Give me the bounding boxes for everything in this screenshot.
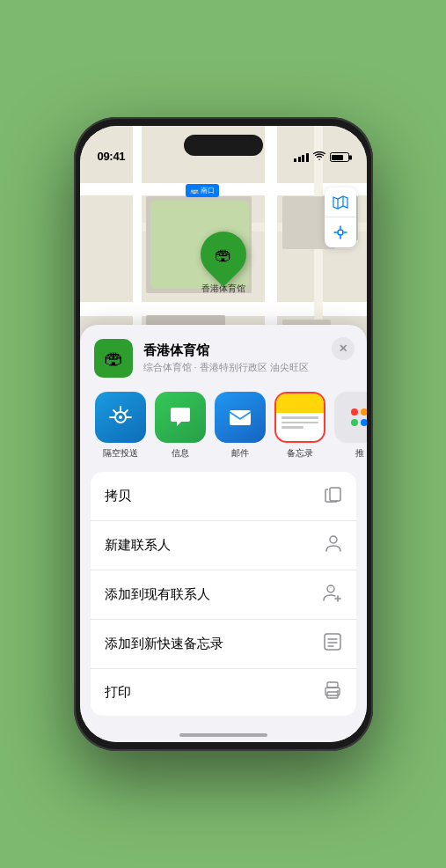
more-label: 推 — [355, 447, 364, 460]
share-app-message[interactable]: 信息 — [154, 392, 207, 460]
airdrop-icon — [95, 392, 146, 443]
road-h1 — [80, 183, 367, 195]
venue-name: 香港体育馆 — [143, 342, 353, 359]
location-button[interactable] — [325, 217, 356, 247]
signal-bars-icon — [294, 153, 309, 162]
battery-icon — [330, 152, 349, 162]
map-controls — [325, 188, 356, 247]
share-app-more[interactable]: 推 — [333, 392, 367, 460]
bottom-sheet: 🏟 香港体育馆 综合体育馆 · 香港特别行政区 油尖旺区 ✕ — [80, 325, 367, 742]
action-new-contact[interactable]: 新建联系人 — [91, 521, 356, 570]
more-icon — [334, 392, 367, 443]
battery-fill — [332, 155, 343, 160]
share-app-mail[interactable]: 邮件 — [214, 392, 267, 460]
dot-green — [351, 419, 358, 426]
location-pin: 🏟 香港体育馆 — [201, 232, 246, 295]
signal-bar-2 — [298, 157, 301, 162]
road-h3 — [80, 302, 367, 316]
more-dots-row1 — [351, 408, 367, 416]
quick-note-icon — [323, 632, 342, 656]
svg-point-21 — [337, 690, 339, 692]
notes-line-3 — [281, 426, 303, 429]
venue-subtitle: 综合体育馆 · 香港特别行政区 油尖旺区 — [143, 361, 353, 374]
dot-orange — [361, 408, 367, 416]
svg-rect-18 — [327, 682, 338, 688]
airdrop-label: 隔空投送 — [103, 447, 138, 460]
wifi-icon — [313, 151, 325, 163]
venue-icon: 🏟 — [94, 339, 133, 378]
pin-circle: 🏟 — [191, 222, 256, 287]
svg-rect-14 — [325, 634, 340, 650]
message-label: 信息 — [172, 447, 189, 460]
share-row: 隔空投送 信息 — [80, 386, 367, 472]
home-indicator — [80, 716, 367, 742]
svg-point-6 — [119, 416, 122, 419]
copy-icon — [325, 484, 342, 508]
share-app-airdrop[interactable]: 隔空投送 — [94, 392, 147, 460]
sheet-header: 🏟 香港体育馆 综合体育馆 · 香港特别行政区 油尖旺区 ✕ — [80, 325, 367, 386]
svg-rect-8 — [330, 488, 340, 501]
road-label: 🚌 南口 — [186, 184, 219, 197]
signal-bar-3 — [302, 155, 304, 162]
svg-rect-7 — [230, 410, 251, 425]
action-copy[interactable]: 拷贝 — [91, 472, 356, 521]
notes-line-1 — [281, 416, 318, 419]
action-add-contact-label: 添加到现有联系人 — [105, 586, 210, 603]
road-label-prefix: 🚌 — [190, 187, 199, 195]
notes-label: 备忘录 — [287, 447, 313, 460]
svg-point-9 — [330, 536, 337, 543]
signal-bar-4 — [306, 153, 309, 162]
notes-lines — [276, 413, 324, 432]
phone-screen: 09:41 — [80, 126, 367, 742]
venue-info: 香港体育馆 综合体育馆 · 香港特别行政区 油尖旺区 — [143, 342, 353, 374]
pin-inner-icon: 🏟 — [215, 245, 232, 265]
dot-red — [351, 408, 358, 416]
road-label-text: 南口 — [201, 187, 215, 195]
action-new-contact-label: 新建联系人 — [105, 537, 171, 554]
svg-point-10 — [327, 585, 334, 592]
close-button[interactable]: ✕ — [332, 337, 355, 360]
printer-icon — [323, 681, 342, 703]
home-bar — [179, 733, 267, 737]
status-time: 09:41 — [98, 150, 126, 163]
mail-icon — [215, 392, 266, 443]
notes-icon — [274, 392, 325, 443]
action-print[interactable]: 打印 — [91, 669, 356, 716]
action-quick-note[interactable]: 添加到新快速备忘录 — [91, 620, 356, 669]
notes-yellow-top — [276, 394, 324, 413]
mail-label: 邮件 — [231, 447, 249, 460]
map-type-button[interactable] — [325, 188, 356, 217]
message-icon — [155, 392, 206, 443]
action-quick-note-label: 添加到新快速备忘录 — [105, 636, 223, 652]
person-add-icon — [323, 583, 342, 607]
dynamic-island — [184, 135, 263, 156]
action-add-contact[interactable]: 添加到现有联系人 — [91, 570, 356, 620]
person-icon — [325, 533, 342, 557]
notes-icon-content — [276, 394, 324, 441]
svg-point-0 — [338, 230, 343, 235]
action-copy-label: 拷贝 — [105, 488, 131, 504]
more-dots-row2 — [351, 419, 367, 426]
notes-line-2 — [281, 422, 318, 424]
action-list: 拷贝 新建联系人 — [91, 472, 356, 716]
status-icons — [294, 151, 349, 163]
phone-frame: 09:41 — [74, 117, 373, 751]
share-app-notes[interactable]: 备忘录 — [274, 392, 326, 460]
signal-bar-1 — [294, 158, 296, 162]
action-print-label: 打印 — [105, 684, 131, 701]
dot-blue — [361, 419, 367, 426]
